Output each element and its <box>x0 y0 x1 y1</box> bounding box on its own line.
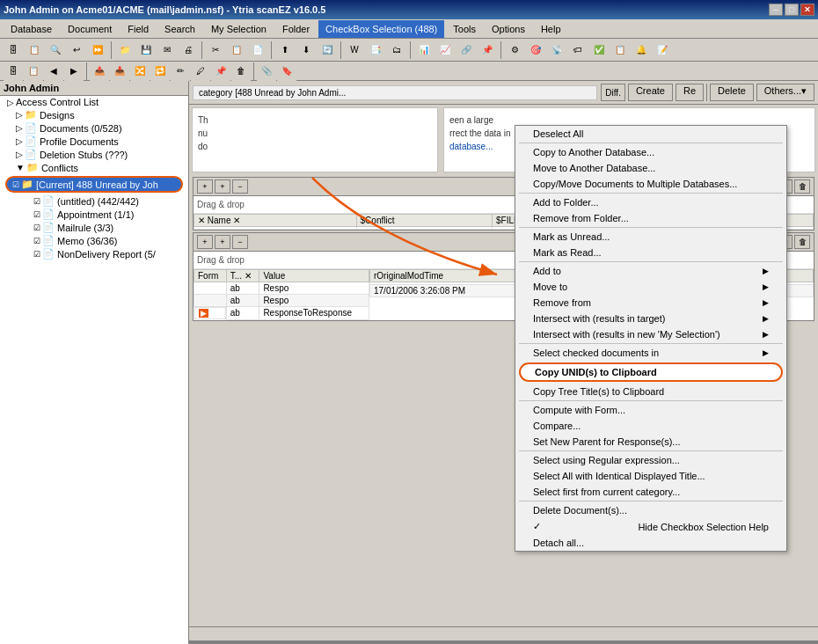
upper-panel-btn3[interactable]: − <box>232 179 248 194</box>
ctx-remove-from[interactable]: Remove from ▶ <box>515 295 786 311</box>
upper-panel-btn2[interactable]: + <box>215 179 230 194</box>
toolbar-btn-18[interactable]: 🗂 <box>387 40 406 60</box>
minimize-button[interactable]: ─ <box>769 4 783 16</box>
sidebar-item-mailrule[interactable]: ☑ 📄 Mailrule (3/3) <box>0 221 188 234</box>
toolbar2-btn-10[interactable]: 🖊 <box>191 62 210 81</box>
toolbar2-btn-4[interactable]: ▶ <box>64 62 84 81</box>
toolbar-btn-27[interactable]: ✅ <box>589 40 609 60</box>
delete-button[interactable]: Delete <box>710 84 754 101</box>
toolbar2-btn-11[interactable]: 📌 <box>211 62 230 81</box>
menu-search[interactable]: Search <box>157 20 202 38</box>
sidebar-item-nondelivery[interactable]: ☑ 📄 NonDelivery Report (5/ <box>0 247 188 260</box>
toolbar-btn-3[interactable]: 🔍 <box>46 40 65 60</box>
toolbar-btn-6[interactable]: 📁 <box>115 40 135 60</box>
ctx-compute-form[interactable]: Compute with Form... <box>515 402 786 418</box>
ctx-copy-move-multiple[interactable]: Copy/Move Documents to Multiple Database… <box>515 176 786 192</box>
ctx-copy-unid[interactable]: Copy UNID(s) to Clipboard <box>519 362 783 382</box>
toolbar-btn-29[interactable]: 🔔 <box>632 40 651 60</box>
toolbar-btn-1[interactable]: 🗄 <box>4 40 23 60</box>
diff-button[interactable]: Diff. <box>601 84 625 101</box>
toolbar-btn-28[interactable]: 📋 <box>610 40 630 60</box>
lower-panel-close[interactable]: 🗑 <box>794 235 810 249</box>
create-button[interactable]: Create <box>628 84 673 101</box>
lower-panel-btn1[interactable]: + <box>197 235 213 249</box>
toolbar2-btn-2[interactable]: 📋 <box>24 62 43 81</box>
sidebar-item-current[interactable]: ☑ 📁 [Current] 488 Unread by Joh <box>5 176 183 193</box>
toolbar2-btn-14[interactable]: 🔖 <box>277 62 296 81</box>
others-button[interactable]: Others...▾ <box>756 84 814 101</box>
toolbar-btn-9[interactable]: 🖨 <box>179 40 198 60</box>
toolbar-btn-7[interactable]: 💾 <box>136 40 156 60</box>
col-form-header[interactable]: Form <box>194 270 227 282</box>
ctx-move-to[interactable]: Move to ▶ <box>515 279 786 295</box>
appointment-checkbox[interactable]: ☑ <box>33 210 40 219</box>
lower-panel-btn3[interactable]: − <box>232 235 248 249</box>
ctx-select-first[interactable]: Select first from current category... <box>515 484 786 500</box>
toolbar-btn-21[interactable]: 🔗 <box>456 40 476 60</box>
sidebar-item-untitled[interactable]: ☑ 📄 (untitled) (442/442) <box>0 194 188 208</box>
ctx-move-another-db[interactable]: Move to Another Database... <box>515 160 786 176</box>
sidebar-item-profile[interactable]: ▷ 📄 Profile Documents <box>0 135 188 148</box>
sidebar-item-documents[interactable]: ▷ 📄 Documents (0/528) <box>0 121 188 135</box>
ctx-copy-another-db[interactable]: Copy to Another Database... <box>515 144 786 160</box>
upper-panel-close[interactable]: 🗑 <box>794 179 810 194</box>
ctx-select-checked[interactable]: Select checked documents in ▶ <box>515 345 786 361</box>
toolbar-btn-25[interactable]: 📡 <box>547 40 566 60</box>
sidebar-item-deletion[interactable]: ▷ 📄 Deletion Stubs (???) <box>0 148 188 161</box>
nondelivery-checkbox[interactable]: ☑ <box>33 250 40 259</box>
ctx-select-regex[interactable]: Select using Regular expression... <box>515 452 786 468</box>
menu-options[interactable]: Options <box>485 20 532 38</box>
toolbar-btn-30[interactable]: 📝 <box>653 40 672 60</box>
ctx-add-to[interactable]: Add to ▶ <box>515 263 786 279</box>
toolbar2-btn-1[interactable]: 🗄 <box>4 62 23 81</box>
toolbar2-btn-13[interactable]: 📎 <box>257 62 276 81</box>
toolbar-btn-12[interactable]: 📄 <box>248 40 267 60</box>
toolbar-btn-15[interactable]: 🔄 <box>318 40 337 60</box>
menu-myselection[interactable]: My Selection <box>204 20 274 38</box>
ctx-mark-unread[interactable]: Mark as Unread... <box>515 229 786 245</box>
toolbar-btn-13[interactable]: ⬆ <box>275 40 295 60</box>
toolbar-btn-16[interactable]: W <box>345 40 364 60</box>
toolbar-btn-20[interactable]: 📈 <box>435 40 455 60</box>
ctx-add-folder[interactable]: Add to Folder... <box>515 194 786 210</box>
menu-checkbox-selection[interactable]: CheckBox Selection (488) <box>318 20 444 38</box>
col-value-header[interactable]: Value <box>259 270 369 282</box>
ctx-delete-docs[interactable]: Delete Document(s)... <box>515 502 786 518</box>
sidebar-item-memo[interactable]: ☑ 📄 Memo (36/36) <box>0 234 188 247</box>
toolbar2-btn-7[interactable]: 🔀 <box>130 62 150 81</box>
menu-document[interactable]: Document <box>61 20 119 38</box>
toolbar2-btn-8[interactable]: 🔁 <box>150 62 170 81</box>
ctx-select-identical[interactable]: Select All with Identical Displayed Titl… <box>515 468 786 484</box>
ctx-intersect-new[interactable]: Intersect with (results in new 'My Selec… <box>515 326 786 342</box>
sidebar-item-acl[interactable]: ▷ Access Control List <box>0 96 188 108</box>
memo-checkbox[interactable]: ☑ <box>33 237 40 245</box>
ctx-hide-help[interactable]: ✓Hide Checkbox Selection Help <box>515 518 786 535</box>
sidebar-item-conflicts[interactable]: ▼ 📁 Conflicts <box>0 161 188 174</box>
replace-button[interactable]: Re <box>676 84 704 101</box>
toolbar-btn-8[interactable]: ✉ <box>157 40 177 60</box>
current-checkbox[interactable]: ☑ <box>12 180 19 189</box>
untitled-checkbox[interactable]: ☑ <box>33 197 40 206</box>
toolbar-btn-17[interactable]: 📑 <box>366 40 385 60</box>
toolbar-btn-14[interactable]: ⬇ <box>296 40 316 60</box>
ctx-set-parent[interactable]: Set New Parent for Response(s)... <box>515 434 786 450</box>
toolbar-btn-4[interactable]: ↩ <box>67 40 86 60</box>
lower-panel-btn2[interactable]: + <box>215 235 230 249</box>
ctx-compare[interactable]: Compare... <box>515 418 786 434</box>
close-button[interactable]: ✕ <box>800 4 814 16</box>
menu-folder[interactable]: Folder <box>275 20 317 38</box>
menu-help[interactable]: Help <box>534 20 568 38</box>
ctx-copy-tree-title[interactable]: Copy Tree Title(s) to Clipboard <box>515 384 786 399</box>
database-link[interactable]: database... <box>449 142 493 151</box>
toolbar2-btn-6[interactable]: 📥 <box>110 62 129 81</box>
menu-field[interactable]: Field <box>121 20 156 38</box>
ctx-detach-all[interactable]: Detach all... <box>515 535 786 551</box>
mailrule-checkbox[interactable]: ☑ <box>33 223 40 232</box>
upper-panel-btn1[interactable]: + <box>197 179 213 194</box>
toolbar2-btn-3[interactable]: ◀ <box>44 62 63 81</box>
toolbar-btn-24[interactable]: 🎯 <box>526 40 545 60</box>
toolbar-btn-2[interactable]: 📋 <box>25 40 44 60</box>
toolbar-btn-11[interactable]: 📋 <box>227 40 246 60</box>
scroll-bar[interactable] <box>189 640 818 644</box>
ctx-remove-folder[interactable]: Remove from Folder... <box>515 210 786 226</box>
